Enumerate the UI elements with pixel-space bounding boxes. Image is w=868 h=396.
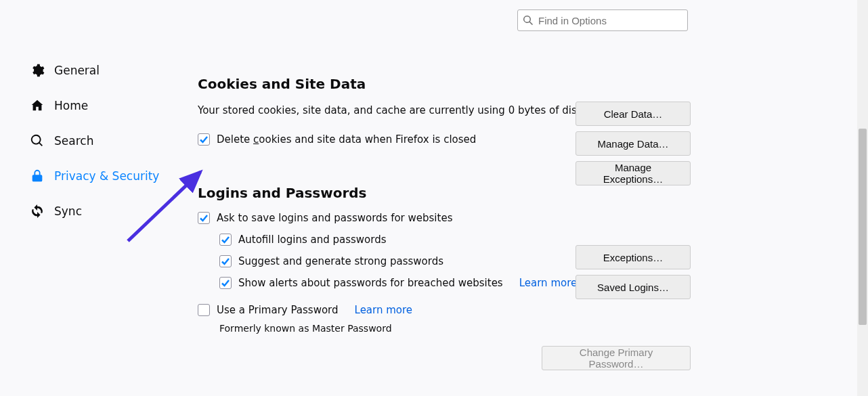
sidebar: General Home Search Privacy & Security S…: [30, 53, 186, 229]
logins-button-column: Exceptions… Saved Logins…: [576, 245, 691, 299]
breach-alerts-checkbox[interactable]: [219, 277, 232, 289]
section-title-logins: Logins and Passwords: [198, 185, 692, 201]
check-icon: [221, 278, 230, 288]
sidebar-item-label: Sync: [54, 204, 82, 218]
primary-password-row: Use a Primary Password Learn more: [198, 304, 692, 316]
ask-save-logins-checkbox[interactable]: [198, 212, 210, 224]
sidebar-item-label: Privacy & Security: [54, 169, 159, 183]
lock-icon: [30, 169, 45, 183]
delete-cookies-on-close-checkbox[interactable]: [198, 133, 210, 146]
sidebar-item-home[interactable]: Home: [30, 88, 186, 123]
home-icon: [30, 98, 45, 113]
cookies-button-column: Clear Data… Manage Data… Manage Exceptio…: [576, 102, 691, 185]
ask-save-logins-label: Ask to save logins and passwords for web…: [217, 212, 452, 224]
sidebar-item-sync[interactable]: Sync: [30, 194, 186, 229]
search-icon: [523, 15, 534, 26]
vertical-scrollbar[interactable]: [857, 0, 868, 396]
suggest-passwords-label: Suggest and generate strong passwords: [238, 255, 443, 267]
primary-learn-more-link[interactable]: Learn more: [355, 304, 413, 316]
primary-password-checkbox[interactable]: [198, 304, 210, 316]
sidebar-item-general[interactable]: General: [30, 53, 186, 88]
sidebar-item-label: General: [54, 64, 100, 77]
sidebar-item-label: Search: [54, 134, 93, 148]
check-icon: [199, 213, 209, 223]
section-title-cookies: Cookies and Site Data: [198, 76, 692, 92]
breach-alerts-label: Show alerts about passwords for breached…: [238, 277, 503, 289]
sidebar-item-search[interactable]: Search: [30, 123, 186, 158]
manage-data-button[interactable]: Manage Data…: [576, 131, 691, 156]
check-icon: [221, 257, 230, 266]
search-icon: [30, 133, 45, 148]
primary-password-note: Formerly known as Master Password: [219, 323, 692, 334]
search-wrap: [517, 9, 688, 31]
breach-learn-more-link[interactable]: Learn more: [519, 277, 578, 289]
saved-logins-button[interactable]: Saved Logins…: [576, 275, 691, 299]
primary-button-column: Change Primary Password…: [576, 346, 691, 370]
sync-icon: [30, 204, 45, 219]
search-input[interactable]: [517, 9, 688, 31]
manage-exceptions-button[interactable]: Manage Exceptions…: [576, 161, 691, 185]
primary-password-label: Use a Primary Password: [217, 304, 339, 316]
scrollbar-thumb[interactable]: [859, 129, 867, 325]
autofill-logins-checkbox[interactable]: [219, 234, 232, 246]
gear-icon: [30, 63, 45, 78]
sidebar-item-privacy-security[interactable]: Privacy & Security: [30, 158, 186, 194]
change-primary-password-button[interactable]: Change Primary Password…: [542, 346, 691, 370]
sidebar-item-label: Home: [54, 99, 88, 112]
autofill-logins-label: Autofill logins and passwords: [238, 234, 387, 246]
suggest-passwords-checkbox[interactable]: [219, 255, 232, 267]
ask-save-logins-row: Ask to save logins and passwords for web…: [198, 212, 692, 224]
check-icon: [199, 135, 209, 144]
clear-data-button[interactable]: Clear Data…: [576, 102, 691, 126]
delete-cookies-on-close-label: Delete cookies and site data when Firefo…: [217, 133, 476, 146]
check-icon: [221, 235, 230, 244]
logins-exceptions-button[interactable]: Exceptions…: [576, 245, 691, 269]
autofill-logins-row: Autofill logins and passwords: [219, 234, 692, 246]
